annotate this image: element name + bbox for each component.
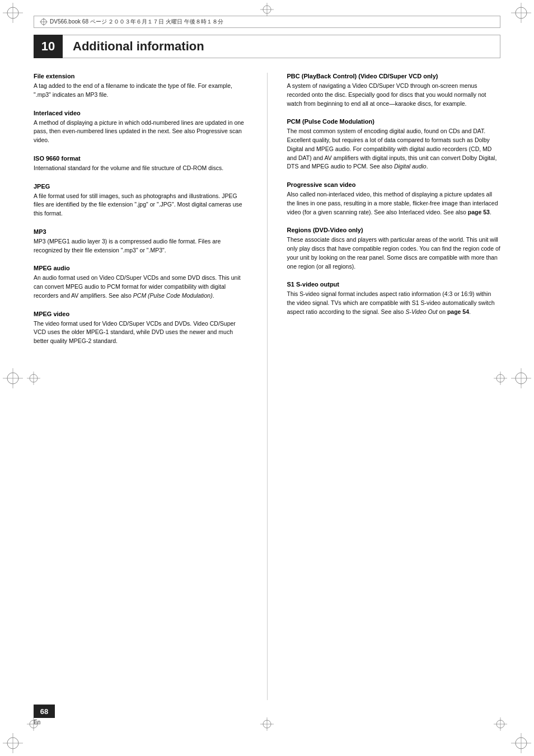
section-file-extension: File extension A tag added to the end of… bbox=[34, 73, 247, 100]
section-body-mpeg-audio: An audio format used on Video CD/Super V… bbox=[34, 274, 247, 300]
right-column: PBC (PlayBack Control) (Video CD/Super V… bbox=[287, 73, 501, 700]
section-body-interlaced-video: A method of displaying a picture in whic… bbox=[34, 119, 247, 145]
section-jpeg: JPEG A file format used for still images… bbox=[34, 183, 247, 218]
reg-mark-tl bbox=[3, 3, 23, 23]
section-mp3: MP3 MP3 (MPEG1 audio layer 3) is a compr… bbox=[34, 228, 247, 255]
section-title-mpeg-video: MPEG video bbox=[34, 311, 247, 317]
section-body-pbc: A system of navigating a Video CD/Super … bbox=[287, 82, 501, 108]
section-regions: Regions (DVD-Video only) These associate… bbox=[287, 227, 501, 271]
section-body-mpeg-video: The video format used for Video CD/Super… bbox=[34, 320, 247, 346]
section-body-regions: These associate discs and players with p… bbox=[287, 236, 501, 271]
crosshair-icon-topbar bbox=[40, 18, 48, 26]
reg-mark-tr bbox=[511, 3, 531, 23]
section-title-pcm: PCM (Pulse Code Modulation) bbox=[287, 118, 501, 125]
section-body-jpeg: A file format used for still images, suc… bbox=[34, 192, 247, 218]
section-title-jpeg: JPEG bbox=[34, 183, 247, 190]
page-number: 68 bbox=[34, 705, 55, 718]
section-body-iso-9660: International standard for the volume an… bbox=[34, 164, 247, 173]
section-body-progressive-scan: Also called non-interlaced video, this m… bbox=[287, 190, 501, 217]
section-s1-svideo: S1 S-video output This S-video signal fo… bbox=[287, 281, 501, 316]
reg-mark-inner-left bbox=[27, 372, 40, 385]
reg-mark-bottom-right bbox=[494, 717, 507, 731]
page: DV566.book 68 ページ ２００３年６月１７日 火曜日 午後８時１８分… bbox=[0, 0, 534, 756]
section-title-file-extension: File extension bbox=[34, 73, 247, 79]
reg-mark-top-center bbox=[260, 3, 274, 16]
reg-mark-bottom-center bbox=[260, 717, 274, 731]
column-divider bbox=[267, 73, 268, 700]
reg-mark-mr bbox=[511, 368, 531, 388]
section-pbc: PBC (PlayBack Control) (Video CD/Super V… bbox=[287, 73, 501, 108]
section-title-pbc: PBC (PlayBack Control) (Video CD/Super V… bbox=[287, 73, 501, 79]
section-iso-9660: ISO 9660 format International standard f… bbox=[34, 155, 247, 173]
chapter-header: 10 Additional information bbox=[34, 35, 500, 58]
reg-mark-inner-right bbox=[494, 372, 507, 385]
content-area: File extension A tag added to the end of… bbox=[34, 73, 500, 700]
section-title-s1-svideo: S1 S-video output bbox=[287, 281, 501, 288]
section-progressive-scan: Progressive scan video Also called non-i… bbox=[287, 181, 501, 217]
reg-mark-br bbox=[511, 733, 531, 753]
section-title-progressive-scan: Progressive scan video bbox=[287, 181, 501, 188]
section-body-file-extension: A tag added to the end of a filename to … bbox=[34, 82, 247, 100]
reg-mark-ml bbox=[3, 368, 23, 388]
left-column: File extension A tag added to the end of… bbox=[34, 73, 247, 700]
section-body-pcm: The most common system of encoding digit… bbox=[287, 127, 501, 171]
chapter-title: Additional information bbox=[73, 39, 204, 54]
section-pcm: PCM (Pulse Code Modulation) The most com… bbox=[287, 118, 501, 171]
section-body-s1-svideo: This S-video signal format includes aspe… bbox=[287, 290, 501, 316]
section-mpeg-video: MPEG video The video format used for Vid… bbox=[34, 311, 247, 346]
top-bar: DV566.book 68 ページ ２００３年６月１７日 火曜日 午後８時１８分 bbox=[34, 16, 500, 28]
section-title-interlaced-video: Interlaced video bbox=[34, 110, 247, 116]
section-mpeg-audio: MPEG audio An audio format used on Video… bbox=[34, 265, 247, 300]
section-title-mp3: MP3 bbox=[34, 228, 247, 235]
section-body-mp3: MP3 (MPEG1 audio layer 3) is a compresse… bbox=[34, 237, 247, 255]
section-title-regions: Regions (DVD-Video only) bbox=[287, 227, 501, 233]
reg-mark-bl bbox=[3, 733, 23, 753]
chapter-number: 10 bbox=[34, 35, 63, 58]
top-bar-text: DV566.book 68 ページ ２００３年６月１７日 火曜日 午後８時１８分 bbox=[50, 18, 223, 26]
section-title-iso-9660: ISO 9660 format bbox=[34, 155, 247, 162]
reg-mark-bottom-left bbox=[27, 717, 40, 731]
chapter-title-box: Additional information bbox=[63, 35, 500, 58]
section-interlaced-video: Interlaced video A method of displaying … bbox=[34, 110, 247, 145]
section-title-mpeg-audio: MPEG audio bbox=[34, 265, 247, 271]
